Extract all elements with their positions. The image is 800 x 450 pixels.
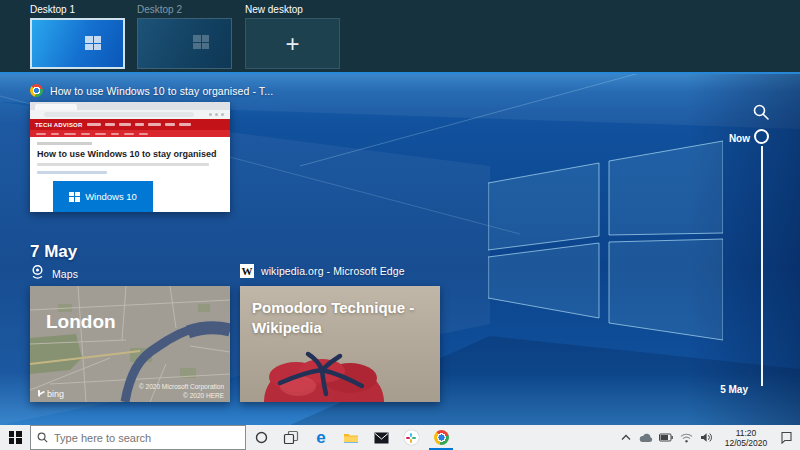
article-heading: How to use Windows 10 to stay organised xyxy=(37,149,216,159)
tray-chevron-button[interactable] xyxy=(618,434,634,441)
chrome-window-group-header[interactable]: How to use Windows 10 to stay organised … xyxy=(30,84,273,97)
mail-button[interactable] xyxy=(366,425,396,450)
network-button[interactable] xyxy=(678,433,694,443)
edge-button[interactable]: e xyxy=(306,425,336,450)
techadvisor-subnav xyxy=(30,130,230,137)
scrubber-end-label: 5 May xyxy=(693,384,748,395)
article-body: How to use Windows 10 to stay organised … xyxy=(30,137,230,212)
cortana-button[interactable] xyxy=(246,425,276,450)
wikipedia-activity-card[interactable]: Pomodoro Technique - Wikipedia xyxy=(240,286,440,402)
search-input[interactable] xyxy=(54,432,239,444)
chrome-icon xyxy=(434,430,449,445)
taskbar-clock[interactable]: 11:20 12/05/2020 xyxy=(720,428,772,448)
edge-group-header: W wikipedia.org - Microsoft Edge xyxy=(240,264,405,278)
chevron-up-icon xyxy=(621,434,631,441)
slack-icon xyxy=(404,430,419,445)
maps-pin-icon xyxy=(30,264,45,284)
volume-button[interactable] xyxy=(698,432,714,443)
scrubber-track[interactable] xyxy=(761,146,763,386)
chrome-window-title: How to use Windows 10 to stay organised … xyxy=(50,85,273,97)
windows10-label: Windows 10 xyxy=(85,191,137,202)
edge-app-label: wikipedia.org - Microsoft Edge xyxy=(261,265,405,277)
windows-logo-icon xyxy=(85,36,101,50)
new-desktop[interactable]: New desktop + xyxy=(245,4,340,69)
windows-logo-icon xyxy=(193,35,209,49)
timeline-area: How to use Windows 10 to stay organised … xyxy=(0,72,800,425)
scrubber-now-label: Now xyxy=(700,133,750,144)
cortana-icon xyxy=(255,431,268,444)
battery-button[interactable] xyxy=(658,433,674,442)
timeline-search-icon[interactable] xyxy=(752,103,770,121)
mail-icon xyxy=(374,432,389,444)
file-explorer-button[interactable] xyxy=(336,425,366,450)
task-view-button[interactable] xyxy=(276,425,306,450)
chrome-icon xyxy=(30,84,43,97)
task-view-icon xyxy=(283,430,299,445)
taskbar-search-box[interactable] xyxy=(30,425,246,450)
map-card-title: London xyxy=(46,311,116,332)
start-windows-icon xyxy=(9,431,22,444)
breadcrumb-placeholder xyxy=(37,142,92,145)
task-view-screen: Desktop 1 Desktop 2 New desktop + xyxy=(0,0,800,450)
wiki-card-title: Pomodoro Technique - Wikipedia xyxy=(252,298,422,337)
maps-app-label: Maps xyxy=(52,268,78,280)
onedrive-button[interactable] xyxy=(638,433,654,443)
desktop-2-label: Desktop 2 xyxy=(137,4,232,16)
battery-icon xyxy=(659,433,673,442)
plus-icon: + xyxy=(285,32,299,56)
text-line-placeholder xyxy=(37,171,107,174)
file-explorer-icon xyxy=(343,431,359,445)
map-attribution-2: © 2020 HERE xyxy=(183,392,225,399)
desktop-1-label: Desktop 1 xyxy=(30,4,125,16)
timeline-date-header: 7 May xyxy=(30,242,77,262)
wikipedia-icon: W xyxy=(240,264,254,278)
bing-logo-label: bing xyxy=(47,389,64,399)
map-attribution-1: © 2020 Microsoft Corporation xyxy=(139,383,224,391)
clock-date: 12/05/2020 xyxy=(725,438,768,448)
slack-button[interactable] xyxy=(396,425,426,450)
wifi-icon xyxy=(680,433,693,443)
tomato-timer-image xyxy=(260,350,390,402)
techadvisor-banner: TECH ADVISOR xyxy=(30,119,230,130)
search-icon xyxy=(37,432,48,443)
desktop-2[interactable]: Desktop 2 xyxy=(137,4,232,69)
desktops-strip: Desktop 1 Desktop 2 New desktop + xyxy=(0,0,800,72)
new-desktop-label: New desktop xyxy=(245,4,340,16)
maps-activity-card[interactable]: London bing © 2020 Microsoft Corporation… xyxy=(30,286,230,402)
london-map-image: London bing © 2020 Microsoft Corporation… xyxy=(30,286,230,402)
text-line-placeholder xyxy=(37,163,209,166)
chrome-window-thumbnail[interactable]: TECH ADVISOR How to xyxy=(30,102,230,212)
browser-tab-strip xyxy=(30,102,230,110)
speaker-icon xyxy=(700,432,713,443)
browser-toolbar xyxy=(30,110,230,119)
desktop-2-thumbnail[interactable] xyxy=(137,18,232,69)
action-center-button[interactable] xyxy=(778,431,794,444)
edge-icon: e xyxy=(316,429,325,446)
chrome-button[interactable] xyxy=(426,425,456,450)
action-center-icon xyxy=(780,431,793,444)
desktop-1[interactable]: Desktop 1 xyxy=(30,4,125,69)
new-desktop-button[interactable]: + xyxy=(245,18,340,69)
address-bar xyxy=(44,112,194,117)
taskbar: e xyxy=(0,425,800,450)
techadvisor-brand: TECH ADVISOR xyxy=(35,122,83,128)
system-tray: 11:20 12/05/2020 xyxy=(616,425,800,450)
start-button[interactable] xyxy=(0,425,30,450)
windows10-promo-image: Windows 10 xyxy=(53,181,153,212)
wallpaper-windows-logo xyxy=(488,138,723,343)
cloud-icon xyxy=(639,433,653,443)
windows-logo-icon xyxy=(69,192,80,202)
clock-time: 11:20 xyxy=(736,428,757,438)
scrubber-handle[interactable] xyxy=(754,129,769,144)
maps-group-header: Maps xyxy=(30,264,78,284)
desktop-1-thumbnail[interactable] xyxy=(30,18,125,69)
